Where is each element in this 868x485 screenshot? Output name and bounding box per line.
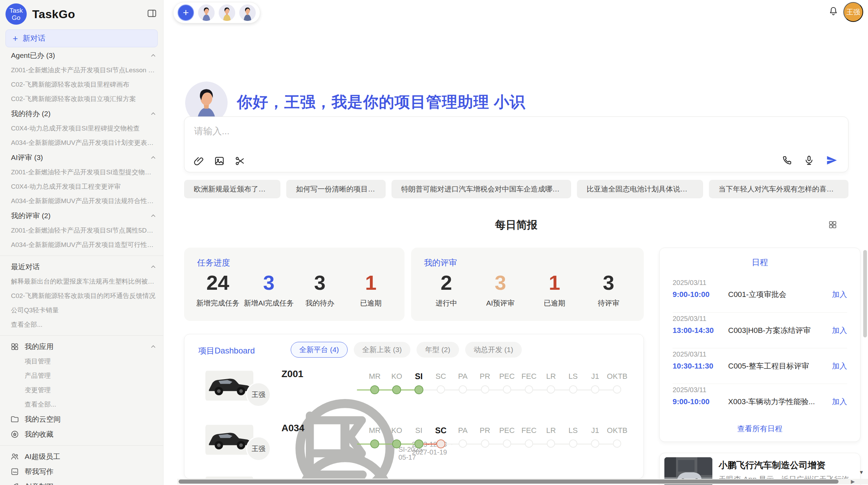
new-chat-button[interactable]: + 新对话: [5, 29, 158, 47]
quill-icon: [10, 482, 19, 485]
sidebar-item[interactable]: Z001-全新燃油皮卡产品开发项目SI节点Lesson Learn报告: [0, 63, 163, 77]
sidebar-item-my-apps[interactable]: 我的应用: [0, 339, 163, 354]
my-review-card: 我的评审 2进行中 3AI预评审 1已逾期 3待评审: [411, 248, 644, 321]
project-dashboard-card: 项目Dashboard 全新平台 (4) 全新上装 (3) 年型 (2) 动总开…: [184, 334, 644, 479]
join-meeting-button[interactable]: 加入: [832, 325, 847, 336]
scroll-right-arrow[interactable]: ▶: [851, 478, 855, 485]
sidebar-item-project-mgmt[interactable]: 项目管理: [0, 354, 163, 369]
horizontal-scrollbar-track[interactable]: [177, 479, 868, 484]
suggestion-chip[interactable]: 特朗普可能对进口汽车增税会对中国车企造成哪些影响: [391, 180, 571, 198]
panel-collapse-icon: [147, 8, 157, 18]
sidebar-section-my-todo[interactable]: 我的待办 (2): [0, 106, 163, 121]
recent-chat-item[interactable]: 公司Q3轻卡销量: [0, 303, 163, 318]
sidebar-item[interactable]: A034-全新新能源MUV产品开发项目计划变更表编写: [0, 136, 163, 150]
sidebar-item-change-mgmt[interactable]: 变更管理: [0, 383, 163, 397]
sidebar-item[interactable]: C02-飞腾新能源轻客改款项目立项汇报方案: [0, 92, 163, 106]
suggestion-chip[interactable]: 如何写一份清晰的项目周报: [286, 180, 386, 198]
stat-pending-review: 3待评审: [581, 272, 636, 308]
vertical-scrollbar[interactable]: [863, 250, 867, 337]
project-car-image: [205, 476, 253, 479]
dashboard-title: 项目Dashboard: [198, 345, 255, 356]
user-avatar[interactable]: 王强: [843, 2, 863, 22]
sidebar-item-favorites[interactable]: 我的收藏: [0, 427, 163, 442]
sidebar-item[interactable]: Z001-全新燃油轻卡产品开发项目SI节点属性5D文件评审: [0, 223, 163, 238]
sidebar-item-help-me-write[interactable]: 帮我写作: [0, 464, 163, 479]
agent-avatar-2[interactable]: [219, 4, 235, 21]
scissors-icon: [234, 156, 245, 166]
recent-chat-item[interactable]: 解释最新出台的欧盟报废车法规再生塑料比例被调至15%...: [0, 274, 163, 289]
project-row-partial[interactable]: [184, 473, 643, 479]
sidebar-item-cloud-space[interactable]: 我的云空间: [0, 412, 163, 427]
sidebar-apps-view-all[interactable]: 查看全部...: [0, 397, 163, 412]
news-title: 小鹏飞行汽车制造公司增资: [719, 459, 855, 471]
milestone-track: MRKOSISCPAPRPECFECLRLSJ1OKTB: [357, 421, 638, 473]
suggestion-chip[interactable]: 欧洲新规最近颁布了什么?: [184, 180, 280, 198]
sidebar-section-my-review[interactable]: 我的评审 (2): [0, 208, 163, 223]
scroll-down-arrow[interactable]: ▼: [859, 469, 864, 475]
task-progress-card: 任务进度 24新增完成任务 3新增AI完成任务 3我的待办 1已逾期: [184, 248, 405, 321]
stat-ai-done: 3新增AI完成任务: [243, 272, 294, 308]
project-row-z001[interactable]: 王强 Z001 2023-12-19 ~ 2027-01-19 SI-2025-…: [184, 367, 643, 420]
schedule-item[interactable]: 2025/03/11 10:30-11:30 C005-整车工程目标评审 加入: [673, 348, 847, 381]
filter-all-new-platform[interactable]: 全新平台 (4): [291, 342, 348, 358]
agent-avatar-1[interactable]: [198, 4, 215, 21]
plus-icon: +: [13, 33, 18, 44]
screenshot-button[interactable]: [234, 156, 245, 166]
main-area: + 王强 你好，王强，我是你的项目管理助理 小识 欧洲新规最近颁布了什么? 如何…: [164, 0, 868, 485]
suggestion-chips: 欧洲新规最近颁布了什么? 如何写一份清晰的项目周报 特朗普可能对进口汽车增税会对…: [184, 180, 848, 198]
horizontal-scrollbar-thumb[interactable]: [179, 480, 839, 484]
send-button[interactable]: [825, 154, 838, 166]
sidebar-item[interactable]: A034-全新新能源MUV产品开发项目法规符合性评审: [0, 194, 163, 208]
sidebar-section-ai-review[interactable]: AI评审 (3): [0, 150, 163, 165]
view-all-schedule-link[interactable]: 查看所有日程: [660, 424, 860, 434]
sidebar-item-ai-super-staff[interactable]: AI超级员工: [0, 449, 163, 464]
app-title: TaskGo: [32, 8, 75, 21]
filter-powertrain[interactable]: 动总开发 (1): [465, 342, 522, 358]
agent-avatar-3[interactable]: [239, 4, 256, 21]
grid-icon: [828, 220, 837, 229]
suggestion-chip[interactable]: 比亚迪全固态电池计划具体说了什么: [577, 180, 703, 198]
sidebar-item-creative-drawing[interactable]: 创意制图: [0, 479, 163, 485]
grid-icon: [10, 342, 19, 351]
schedule-item[interactable]: 2025/03/11 13:00-14:30 C003|H0B-方案冻结评审 加…: [673, 312, 847, 345]
recent-chats-view-all[interactable]: 查看全部...: [0, 318, 163, 332]
schedule-item[interactable]: 2025/03/11 9:00-10:00 C001-立项审批会 加入: [673, 277, 847, 310]
voice-input-button[interactable]: [804, 155, 815, 166]
star-badge-icon: [10, 430, 19, 439]
filter-year-model[interactable]: 年型 (2): [417, 342, 459, 358]
sidebar-scroll[interactable]: Agent已办 (3) Z001-全新燃油皮卡产品开发项目SI节点Lesson …: [0, 48, 163, 485]
attach-file-button[interactable]: [193, 156, 204, 166]
sidebar-item[interactable]: C0X4-动力总成开发项目工程变更评审: [0, 179, 163, 194]
sidebar-item-product-mgmt[interactable]: 产品管理: [0, 369, 163, 383]
join-meeting-button[interactable]: 加入: [832, 397, 847, 407]
filter-new-body[interactable]: 全新上装 (3): [354, 342, 411, 358]
voice-call-button[interactable]: [782, 155, 793, 166]
suggestion-chip[interactable]: 当下年轻人对汽车外观有怎样的喜好趋势: [709, 180, 848, 198]
project-row-a034[interactable]: 王强 A034 2023-12-19 ~ 2026-01-19 SC-2025-…: [184, 421, 643, 474]
sidebar-section-recent-chats[interactable]: 最近对话: [0, 259, 163, 274]
sidebar-item[interactable]: A034-全新新能源MUV产品开发项目造型可行性评审: [0, 238, 163, 252]
schedule-title: 日程: [660, 257, 860, 268]
divider: [0, 256, 163, 256]
chevron-up-icon: [149, 52, 157, 59]
divider: [0, 335, 163, 336]
join-meeting-button[interactable]: 加入: [832, 361, 847, 371]
insert-image-button[interactable]: [214, 156, 225, 166]
sidebar-section-agent-done[interactable]: Agent已办 (3): [0, 48, 163, 63]
sidebar-item[interactable]: C0X4-动力总成开发项目SI里程碑提交物检查: [0, 121, 163, 136]
notification-bell-icon[interactable]: [828, 6, 839, 16]
stat-ai-prereview: 3AI预评审: [473, 272, 528, 308]
schedule-card: 日程 2025/03/11 9:00-10:00 C001-立项审批会 加入 2…: [659, 248, 860, 442]
sidebar-item[interactable]: C02-飞腾新能源轻客改款项目里程碑画布: [0, 77, 163, 92]
join-meeting-button[interactable]: 加入: [832, 289, 847, 300]
stat-my-todo: 3我的待办: [294, 272, 346, 308]
recent-chat-item[interactable]: C02-飞腾新能源轻客改款项目的闭环通告反馈情况: [0, 289, 163, 303]
add-agent-button[interactable]: +: [178, 4, 194, 21]
schedule-item[interactable]: 2025/03/11 9:00-10:00 X003-车辆动力学性能验... 加…: [673, 384, 847, 416]
briefing-layout-button[interactable]: [828, 220, 837, 229]
sidebar-collapse-button[interactable]: [147, 8, 157, 18]
sidebar-item[interactable]: Z001-全新燃油轻卡产品开发项目SI造型提交物评审: [0, 165, 163, 179]
chevron-up-icon: [149, 154, 157, 161]
stat-new-done: 24新增完成任务: [192, 272, 243, 308]
message-input[interactable]: [194, 125, 839, 147]
